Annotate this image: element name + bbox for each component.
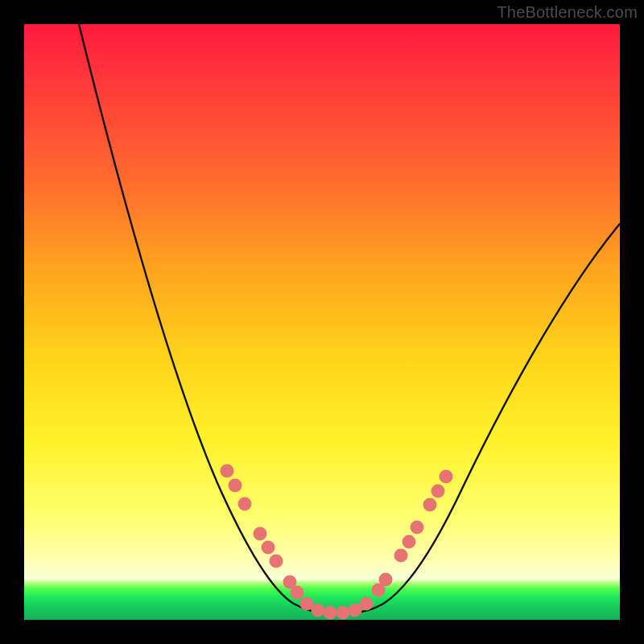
watermark-text: TheBottleneck.com xyxy=(497,3,638,22)
marker-dot xyxy=(312,604,325,617)
marker-dot xyxy=(394,549,408,563)
chart-frame: TheBottleneck.com xyxy=(0,0,644,644)
marker-dot xyxy=(440,470,453,484)
plot-area xyxy=(24,24,620,620)
marker-dot xyxy=(270,555,283,568)
marker-dot xyxy=(238,497,252,511)
marker-dot xyxy=(291,586,304,600)
marker-dot xyxy=(402,535,416,549)
marker-dot xyxy=(262,541,275,555)
marker-dot xyxy=(360,597,374,611)
marker-dot xyxy=(423,498,437,512)
marker-dot xyxy=(254,527,267,541)
marker-dot xyxy=(324,606,337,620)
marker-dot xyxy=(336,606,350,620)
marker-dot xyxy=(431,485,445,498)
marker-dot xyxy=(221,464,234,478)
bottleneck-curve xyxy=(79,24,620,613)
marker-dot xyxy=(411,521,424,535)
chart-overlay xyxy=(24,24,620,620)
marker-dot xyxy=(229,479,242,493)
marker-dot xyxy=(379,573,393,587)
marker-dots-group xyxy=(221,464,453,620)
